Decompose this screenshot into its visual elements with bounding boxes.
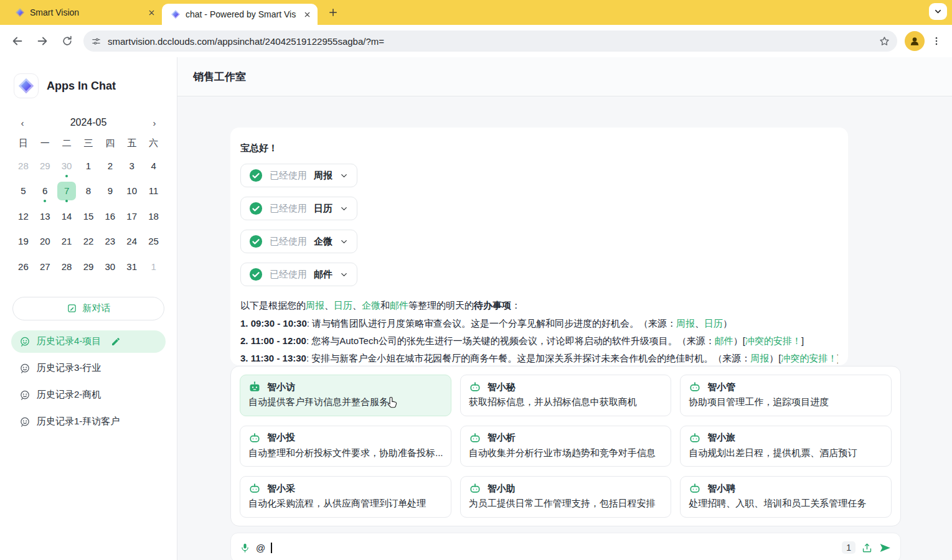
tab-smart-vision[interactable]: Smart Vision [6,0,162,25]
used-label: 已经使用 [270,170,307,182]
calendar-day-29[interactable]: 29 [34,153,56,179]
history-item-3[interactable]: 历史记录3-行业 [11,357,166,380]
chevron-down-icon[interactable] [339,237,349,246]
upload-icon[interactable] [861,542,873,554]
calendar-day-25[interactable]: 25 [143,229,164,254]
agent-description: 自动化采购流程，从供应商管理到订单处理 [248,498,443,510]
tab-search-chevron-icon[interactable] [929,3,947,20]
bookmark-star-icon[interactable] [876,33,892,49]
url-bar[interactable]: smartvision.dcclouds.com/appsinchat/2404… [83,30,897,52]
agent-card-9[interactable]: 智小聘处理招聘、入职、培训和员工关系管理任务 [680,476,892,518]
site-settings-icon[interactable] [91,36,101,47]
calendar-day-22[interactable]: 22 [78,229,100,254]
calendar-day-15[interactable]: 15 [78,203,100,229]
robot-icon [248,432,261,444]
close-tab-icon[interactable] [301,9,313,20]
chevron-down-icon[interactable] [339,171,349,180]
agent-card-6[interactable]: 智小旅自动规划出差日程，提供机票、酒店预订 [680,426,892,467]
agent-card-7[interactable]: 智小采自动化采购流程，从供应商管理到订单处理 [240,476,451,518]
agents-panel: 智小访自动提供客户拜访信息并整合服务智小秘获取招标信息，并从招标信息中获取商机智… [230,366,901,526]
chat-input-bar[interactable]: @ 1 [230,533,901,560]
send-icon[interactable] [879,541,892,554]
calendar-day-1[interactable]: 1 [78,153,100,179]
chevron-down-icon[interactable] [339,204,349,213]
agent-card-header: 智小析 [469,432,663,444]
tool-name: 邮件 [314,269,332,281]
agent-description: 自动收集并分析行业市场趋势和竞争对手信息 [469,447,663,459]
new-tab-icon[interactable] [325,4,341,21]
chat-input-value[interactable]: @ [256,543,265,553]
calendar-day-2[interactable]: 2 [99,153,121,179]
agent-card-2[interactable]: 智小秘获取招标信息，并从招标信息中获取商机 [460,375,672,416]
calendar-day-9[interactable]: 9 [99,179,121,204]
calendar-day-17[interactable]: 17 [121,203,143,229]
history-item-4[interactable]: 历史记录4-项目 [11,330,166,353]
calendar-day-5[interactable]: 5 [12,179,34,204]
calendar-day-29[interactable]: 29 [78,254,100,279]
agent-card-8[interactable]: 智小助为员工提供日常工作管理支持，包括日程安排 [460,476,672,518]
calendar-prev-icon[interactable]: ‹ [17,118,27,128]
calendar-day-4[interactable]: 4 [143,153,164,179]
calendar-day-7[interactable]: 7 [56,179,78,204]
edit-pencil-icon[interactable] [111,337,121,347]
calendar-day-23[interactable]: 23 [99,229,121,254]
calendar-day-12[interactable]: 12 [12,203,34,229]
new-chat-icon [67,303,77,314]
browser-menu-icon[interactable] [927,30,946,52]
calendar-day-13[interactable]: 13 [34,203,56,229]
calendar-day-11[interactable]: 11 [143,179,164,204]
profile-avatar[interactable] [905,31,925,51]
calendar-day-1[interactable]: 1 [143,254,164,279]
calendar-day-28[interactable]: 28 [56,254,78,279]
agent-description: 自动提供客户拜访信息并整合服务 [248,396,443,408]
history-item-2[interactable]: 历史记录2-商机 [11,384,166,406]
forward-icon[interactable] [31,30,54,52]
history-item-1[interactable]: 历史记录1-拜访客户 [11,411,166,433]
reload-icon[interactable] [56,30,78,52]
tool-name: 日历 [314,203,332,215]
agent-card-4[interactable]: 智小投自动整理和分析投标文件要求，协助准备投标... [240,426,451,467]
calendar-day-27[interactable]: 27 [34,254,56,279]
used-tool-pill-邮件[interactable]: 已经使用邮件 [240,263,357,286]
microphone-icon[interactable] [240,543,250,553]
robot-icon [469,381,481,393]
agent-description: 自动规划出差日程，提供机票、酒店预订 [689,447,883,459]
agent-name: 智小聘 [707,483,735,495]
robot-icon [248,482,261,495]
calendar-day-19[interactable]: 19 [12,229,34,254]
url-text[interactable]: smartvision.dcclouds.com/appsinchat/2404… [108,36,870,47]
calendar-day-16[interactable]: 16 [99,203,121,229]
chevron-down-icon[interactable] [339,270,349,279]
calendar-day-18[interactable]: 18 [143,203,164,229]
calendar-grid: 2829301234567891011121314151617181920212… [12,153,164,279]
calendar-day-31[interactable]: 31 [121,254,143,279]
agent-card-3[interactable]: 智小管协助项目管理工作，追踪项目进度 [680,375,892,416]
agent-card-5[interactable]: 智小析自动收集并分析行业市场趋势和竞争对手信息 [460,426,672,467]
agent-card-1[interactable]: 智小访自动提供客户拜访信息并整合服务 [240,375,451,416]
used-tool-pill-日历[interactable]: 已经使用日历 [240,197,357,220]
calendar-day-14[interactable]: 14 [56,203,78,229]
calendar-day-24[interactable]: 24 [121,229,143,254]
used-tool-pill-企微[interactable]: 已经使用企微 [240,230,357,253]
calendar-day-8[interactable]: 8 [78,179,100,204]
greeting-text: 宝总好！ [240,142,838,154]
close-tab-icon[interactable] [146,7,157,18]
calendar-weekday: 六 [143,137,164,149]
calendar-day-30[interactable]: 30 [56,153,78,179]
back-icon[interactable] [6,30,29,52]
calendar-day-20[interactable]: 20 [34,229,56,254]
agent-description: 自动整理和分析投标文件要求，协助准备投标... [248,447,443,459]
calendar-day-6[interactable]: 6 [34,179,56,204]
calendar-day-30[interactable]: 30 [99,254,121,279]
calendar-day-21[interactable]: 21 [56,229,78,254]
calendar-weekday: 五 [121,137,143,149]
calendar-day-28[interactable]: 28 [12,153,34,179]
calendar-next-icon[interactable]: › [149,118,159,128]
new-chat-label: 新对话 [83,302,111,314]
calendar-day-26[interactable]: 26 [12,254,34,279]
new-chat-button[interactable]: 新对话 [12,297,164,320]
tab-chat-active[interactable]: chat - Powered by Smart Visi [162,4,318,25]
calendar-day-3[interactable]: 3 [121,153,143,179]
used-tool-pill-周报[interactable]: 已经使用周报 [240,164,357,187]
calendar-day-10[interactable]: 10 [121,179,143,204]
